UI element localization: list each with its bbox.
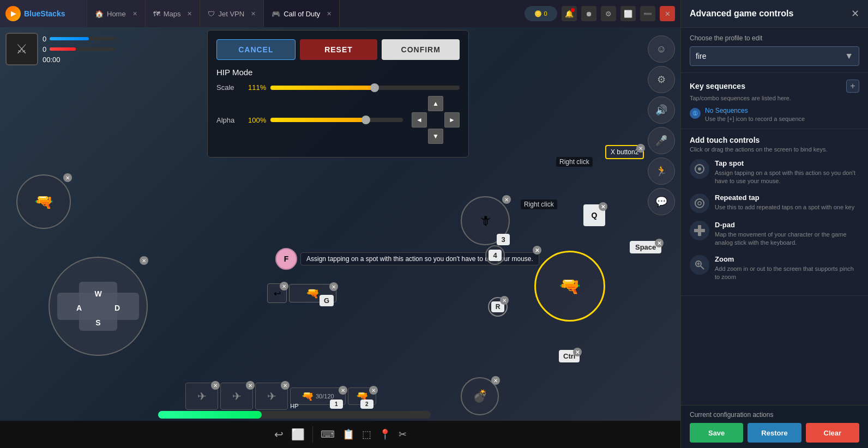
confirm-button[interactable]: CONFIRM [382,39,460,60]
grenade-button[interactable]: 💣 ✕ [461,377,499,415]
tabs-container: 🏠 Home ✕ 🗺 Maps ✕ 🛡 Jet VPN ✕ 🎮 Call of … [87,0,340,27]
title-bar: ▶ BlueStacks 🏠 Home ✕ 🗺 Maps ✕ 🛡 Jet VPN… [0,0,680,27]
home-button[interactable]: ⬜ [291,428,305,441]
no-seq-content: No Sequences Use the [+] icon to record … [705,107,805,122]
g-weapon-close[interactable]: ✕ [329,282,338,291]
tap-spot-name: Tap spot [715,159,859,167]
expand-button[interactable]: ⬚ [362,428,371,440]
repeated-tap-icon [690,193,709,213]
maps-tab-close[interactable]: ✕ [187,10,192,17]
score-area: 0 0 00:00 [43,35,115,64]
scale-slider[interactable] [270,86,460,90]
smiley-button[interactable]: ☺ [648,35,675,63]
zoom-item[interactable]: Zoom Add zoom in or out to the screen th… [690,255,859,282]
home-tab-label: Home [107,10,126,18]
add-sequence-button[interactable]: + [846,80,859,93]
svg-text:S: S [95,318,100,327]
knife-close[interactable]: ✕ [502,195,511,204]
f-button[interactable]: F ✕ [275,248,297,270]
game-area: ▶ BlueStacks 🏠 Home ✕ 🗺 Maps ✕ 🛡 Jet VPN… [0,0,680,448]
q-button[interactable]: Q ✕ [583,204,605,226]
notifications-button[interactable]: 🔔 [562,6,577,21]
tab-jetvpn[interactable]: 🛡 Jet VPN ✕ [200,0,264,27]
x-button2-label[interactable]: X button2 ✕ [605,145,644,159]
home-tab-icon: 🏠 [95,10,104,18]
q-close[interactable]: ✕ [599,202,607,211]
maps-tab-label: Maps [164,10,181,18]
alpha-row: Alpha 100% ▲ ◄ ► ▼ [216,96,460,144]
alpha-slider[interactable] [270,118,403,122]
slot-2-close[interactable]: ✕ [369,386,378,395]
copy-button[interactable]: 📋 [342,428,354,440]
svg-text:A: A [76,304,82,312]
keyboard-button[interactable]: ⌨ [321,428,335,440]
r-button[interactable]: R ✕ [488,297,508,317]
key-sequences-section: Key sequences + Tap/combo sequences are … [681,73,868,129]
f-close[interactable]: ✕ [533,246,541,255]
tab-home[interactable]: 🏠 Home ✕ [87,0,146,27]
chat-button[interactable]: 💬 [648,188,675,215]
scale-value: 111% [248,83,266,92]
no-sequences-area: ① No Sequences Use the [+] icon to recor… [690,107,859,122]
home-tab-close[interactable]: ✕ [132,10,137,17]
ctrl-close[interactable]: ✕ [573,348,582,356]
mic-button[interactable]: 🎤 [648,127,675,154]
clear-button[interactable]: Clear [806,423,859,443]
space-button[interactable]: Space ✕ [630,241,661,253]
settings-button[interactable]: ⚙ [601,6,616,21]
key-4-button[interactable]: 4 [485,245,505,265]
close-app-button[interactable]: ✕ [660,6,675,21]
dpad-down[interactable]: ▼ [428,129,443,144]
rp-title: Advanced game controls [690,9,793,19]
run-button[interactable]: 🏃 [648,158,675,185]
weapon-icon-1[interactable]: 🔫 ✕ [16,174,71,229]
ctrl-button[interactable]: Ctrl ✕ [559,350,580,362]
settings-hud-button[interactable]: ⚙ [648,66,675,93]
restore-button[interactable]: ⬜ [620,6,636,21]
dpad-item[interactable]: D-pad Map the movement of your character… [690,221,859,247]
x-button2-close[interactable]: ✕ [636,144,645,153]
ammo-close[interactable]: ✕ [339,386,347,395]
location-button[interactable]: 📍 [379,428,391,440]
restore-button[interactable]: Restore [748,423,801,443]
tap-spot-item[interactable]: Tap spot Assign tapping on a spot with t… [690,159,859,186]
coins-display: 🪙 0 [525,6,557,21]
tab-callofduty[interactable]: 🎮 Call of Duty ✕ [264,0,340,27]
tab-maps[interactable]: 🗺 Maps ✕ [146,0,201,27]
repeated-tap-item[interactable]: Repeated tap Use this to add repeated ta… [690,193,859,213]
dpad-control[interactable]: ▲ ◄ ► ▼ [412,96,460,144]
swap-close[interactable]: ✕ [280,282,288,290]
audio-button[interactable]: 🔊 [648,96,675,124]
key-seq-sub: Tap/combo sequences are listed here. [690,95,859,101]
slot-a-close[interactable]: ✕ [211,381,220,390]
swap-icon[interactable]: ↩ ✕ [267,283,287,303]
svg-point-10 [698,202,701,205]
reset-button[interactable]: RESET [300,39,378,60]
jetvpn-tab-close[interactable]: ✕ [251,10,256,17]
cancel-button[interactable]: CANCEL [216,39,296,60]
scissors-button[interactable]: ✂ [399,428,407,440]
profile-dropdown[interactable]: fire ▼ [690,46,859,66]
wasd-close[interactable]: ✕ [140,256,148,265]
fire-button-highlighted[interactable]: 🔫 [534,251,605,322]
back-button[interactable]: ↩ [274,428,284,441]
slot-b-close[interactable]: ✕ [246,381,255,390]
rp-close-button[interactable]: ✕ [851,8,859,20]
grenade-close[interactable]: ✕ [491,376,500,385]
weapon-close[interactable]: ✕ [63,173,72,182]
key-4-badge: 4 [489,250,502,261]
cod-tab-label: Call of Duty [284,10,320,18]
minimize-button[interactable]: ➖ [640,6,655,21]
hp-label: HP [290,403,298,409]
save-button[interactable]: Save [690,423,743,443]
dpad-left[interactable]: ◄ [412,112,427,128]
dpad-right[interactable]: ► [444,112,460,128]
slot-c-close[interactable]: ✕ [281,381,290,390]
svg-rect-12 [694,229,705,232]
cod-tab-close[interactable]: ✕ [327,10,331,17]
record-button[interactable]: ⏺ [581,6,596,21]
g-weapon-display[interactable]: 🔫 ✕ G [289,284,336,302]
space-close[interactable]: ✕ [655,239,664,247]
r-close[interactable]: ✕ [500,296,509,305]
dpad-up[interactable]: ▲ [428,96,443,111]
